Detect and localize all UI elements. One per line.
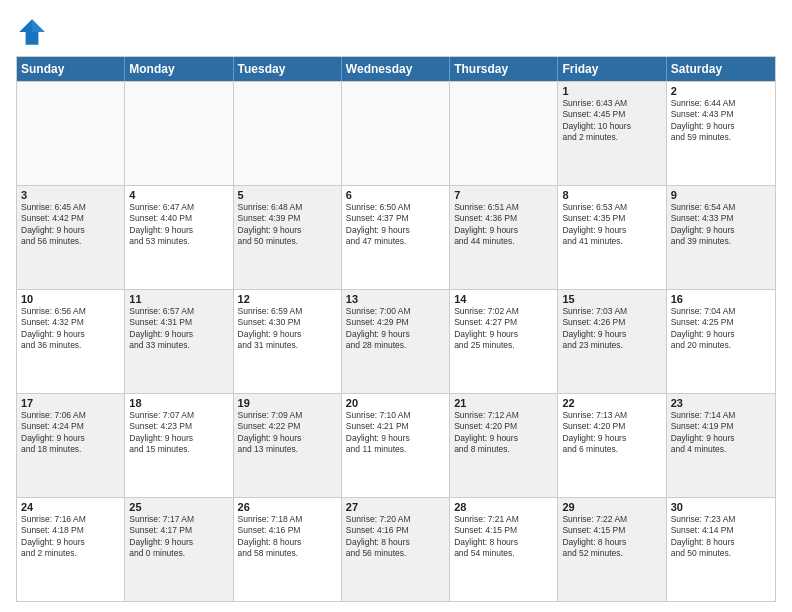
cal-cell: 5Sunrise: 6:48 AM Sunset: 4:39 PM Daylig… xyxy=(234,186,342,289)
day-info: Sunrise: 7:07 AM Sunset: 4:23 PM Dayligh… xyxy=(129,410,228,456)
day-info: Sunrise: 7:13 AM Sunset: 4:20 PM Dayligh… xyxy=(562,410,661,456)
cal-cell: 22Sunrise: 7:13 AM Sunset: 4:20 PM Dayli… xyxy=(558,394,666,497)
day-info: Sunrise: 7:18 AM Sunset: 4:16 PM Dayligh… xyxy=(238,514,337,560)
cal-cell: 21Sunrise: 7:12 AM Sunset: 4:20 PM Dayli… xyxy=(450,394,558,497)
calendar: SundayMondayTuesdayWednesdayThursdayFrid… xyxy=(16,56,776,602)
cal-cell: 2Sunrise: 6:44 AM Sunset: 4:43 PM Daylig… xyxy=(667,82,775,185)
page: SundayMondayTuesdayWednesdayThursdayFrid… xyxy=(0,0,792,612)
cal-cell xyxy=(125,82,233,185)
cal-cell xyxy=(450,82,558,185)
cal-cell xyxy=(17,82,125,185)
cal-cell: 4Sunrise: 6:47 AM Sunset: 4:40 PM Daylig… xyxy=(125,186,233,289)
calendar-row-3: 17Sunrise: 7:06 AM Sunset: 4:24 PM Dayli… xyxy=(17,393,775,497)
day-info: Sunrise: 7:02 AM Sunset: 4:27 PM Dayligh… xyxy=(454,306,553,352)
cal-cell xyxy=(234,82,342,185)
day-number: 18 xyxy=(129,397,228,409)
cal-cell: 30Sunrise: 7:23 AM Sunset: 4:14 PM Dayli… xyxy=(667,498,775,601)
header-cell-tuesday: Tuesday xyxy=(234,57,342,81)
calendar-header-row: SundayMondayTuesdayWednesdayThursdayFrid… xyxy=(17,57,775,81)
cal-cell: 14Sunrise: 7:02 AM Sunset: 4:27 PM Dayli… xyxy=(450,290,558,393)
cal-cell xyxy=(342,82,450,185)
day-number: 14 xyxy=(454,293,553,305)
day-number: 19 xyxy=(238,397,337,409)
day-info: Sunrise: 7:16 AM Sunset: 4:18 PM Dayligh… xyxy=(21,514,120,560)
day-number: 24 xyxy=(21,501,120,513)
cal-cell: 19Sunrise: 7:09 AM Sunset: 4:22 PM Dayli… xyxy=(234,394,342,497)
day-number: 6 xyxy=(346,189,445,201)
day-info: Sunrise: 7:12 AM Sunset: 4:20 PM Dayligh… xyxy=(454,410,553,456)
day-number: 17 xyxy=(21,397,120,409)
day-number: 27 xyxy=(346,501,445,513)
day-number: 5 xyxy=(238,189,337,201)
cal-cell: 25Sunrise: 7:17 AM Sunset: 4:17 PM Dayli… xyxy=(125,498,233,601)
svg-marker-1 xyxy=(32,19,45,32)
cal-cell: 15Sunrise: 7:03 AM Sunset: 4:26 PM Dayli… xyxy=(558,290,666,393)
day-info: Sunrise: 6:47 AM Sunset: 4:40 PM Dayligh… xyxy=(129,202,228,248)
day-number: 10 xyxy=(21,293,120,305)
cal-cell: 18Sunrise: 7:07 AM Sunset: 4:23 PM Dayli… xyxy=(125,394,233,497)
cal-cell: 12Sunrise: 6:59 AM Sunset: 4:30 PM Dayli… xyxy=(234,290,342,393)
day-info: Sunrise: 6:50 AM Sunset: 4:37 PM Dayligh… xyxy=(346,202,445,248)
day-info: Sunrise: 7:06 AM Sunset: 4:24 PM Dayligh… xyxy=(21,410,120,456)
day-info: Sunrise: 7:09 AM Sunset: 4:22 PM Dayligh… xyxy=(238,410,337,456)
cal-cell: 10Sunrise: 6:56 AM Sunset: 4:32 PM Dayli… xyxy=(17,290,125,393)
day-number: 8 xyxy=(562,189,661,201)
day-number: 4 xyxy=(129,189,228,201)
cal-cell: 20Sunrise: 7:10 AM Sunset: 4:21 PM Dayli… xyxy=(342,394,450,497)
day-number: 2 xyxy=(671,85,771,97)
cal-cell: 8Sunrise: 6:53 AM Sunset: 4:35 PM Daylig… xyxy=(558,186,666,289)
cal-cell: 28Sunrise: 7:21 AM Sunset: 4:15 PM Dayli… xyxy=(450,498,558,601)
day-info: Sunrise: 7:04 AM Sunset: 4:25 PM Dayligh… xyxy=(671,306,771,352)
logo-icon xyxy=(16,16,48,48)
cal-cell: 6Sunrise: 6:50 AM Sunset: 4:37 PM Daylig… xyxy=(342,186,450,289)
day-number: 25 xyxy=(129,501,228,513)
day-info: Sunrise: 7:21 AM Sunset: 4:15 PM Dayligh… xyxy=(454,514,553,560)
cal-cell: 3Sunrise: 6:45 AM Sunset: 4:42 PM Daylig… xyxy=(17,186,125,289)
day-info: Sunrise: 7:03 AM Sunset: 4:26 PM Dayligh… xyxy=(562,306,661,352)
day-number: 16 xyxy=(671,293,771,305)
day-number: 9 xyxy=(671,189,771,201)
calendar-row-4: 24Sunrise: 7:16 AM Sunset: 4:18 PM Dayli… xyxy=(17,497,775,601)
header-cell-sunday: Sunday xyxy=(17,57,125,81)
header-cell-thursday: Thursday xyxy=(450,57,558,81)
day-info: Sunrise: 6:59 AM Sunset: 4:30 PM Dayligh… xyxy=(238,306,337,352)
day-number: 12 xyxy=(238,293,337,305)
day-number: 21 xyxy=(454,397,553,409)
header-cell-friday: Friday xyxy=(558,57,666,81)
cal-cell: 26Sunrise: 7:18 AM Sunset: 4:16 PM Dayli… xyxy=(234,498,342,601)
day-info: Sunrise: 6:54 AM Sunset: 4:33 PM Dayligh… xyxy=(671,202,771,248)
day-number: 11 xyxy=(129,293,228,305)
day-number: 29 xyxy=(562,501,661,513)
day-info: Sunrise: 6:56 AM Sunset: 4:32 PM Dayligh… xyxy=(21,306,120,352)
day-number: 30 xyxy=(671,501,771,513)
day-info: Sunrise: 7:17 AM Sunset: 4:17 PM Dayligh… xyxy=(129,514,228,560)
cal-cell: 23Sunrise: 7:14 AM Sunset: 4:19 PM Dayli… xyxy=(667,394,775,497)
header-cell-saturday: Saturday xyxy=(667,57,775,81)
day-number: 26 xyxy=(238,501,337,513)
day-info: Sunrise: 6:51 AM Sunset: 4:36 PM Dayligh… xyxy=(454,202,553,248)
day-number: 3 xyxy=(21,189,120,201)
day-info: Sunrise: 6:48 AM Sunset: 4:39 PM Dayligh… xyxy=(238,202,337,248)
day-number: 15 xyxy=(562,293,661,305)
header-cell-monday: Monday xyxy=(125,57,233,81)
day-number: 22 xyxy=(562,397,661,409)
day-info: Sunrise: 6:44 AM Sunset: 4:43 PM Dayligh… xyxy=(671,98,771,144)
header xyxy=(16,16,776,48)
day-info: Sunrise: 7:20 AM Sunset: 4:16 PM Dayligh… xyxy=(346,514,445,560)
calendar-body: 1Sunrise: 6:43 AM Sunset: 4:45 PM Daylig… xyxy=(17,81,775,601)
calendar-row-1: 3Sunrise: 6:45 AM Sunset: 4:42 PM Daylig… xyxy=(17,185,775,289)
day-info: Sunrise: 6:53 AM Sunset: 4:35 PM Dayligh… xyxy=(562,202,661,248)
cal-cell: 27Sunrise: 7:20 AM Sunset: 4:16 PM Dayli… xyxy=(342,498,450,601)
cal-cell: 17Sunrise: 7:06 AM Sunset: 4:24 PM Dayli… xyxy=(17,394,125,497)
cal-cell: 9Sunrise: 6:54 AM Sunset: 4:33 PM Daylig… xyxy=(667,186,775,289)
day-number: 1 xyxy=(562,85,661,97)
day-number: 13 xyxy=(346,293,445,305)
day-number: 7 xyxy=(454,189,553,201)
calendar-row-0: 1Sunrise: 6:43 AM Sunset: 4:45 PM Daylig… xyxy=(17,81,775,185)
day-info: Sunrise: 7:00 AM Sunset: 4:29 PM Dayligh… xyxy=(346,306,445,352)
cal-cell: 11Sunrise: 6:57 AM Sunset: 4:31 PM Dayli… xyxy=(125,290,233,393)
calendar-row-2: 10Sunrise: 6:56 AM Sunset: 4:32 PM Dayli… xyxy=(17,289,775,393)
header-cell-wednesday: Wednesday xyxy=(342,57,450,81)
cal-cell: 13Sunrise: 7:00 AM Sunset: 4:29 PM Dayli… xyxy=(342,290,450,393)
day-number: 20 xyxy=(346,397,445,409)
